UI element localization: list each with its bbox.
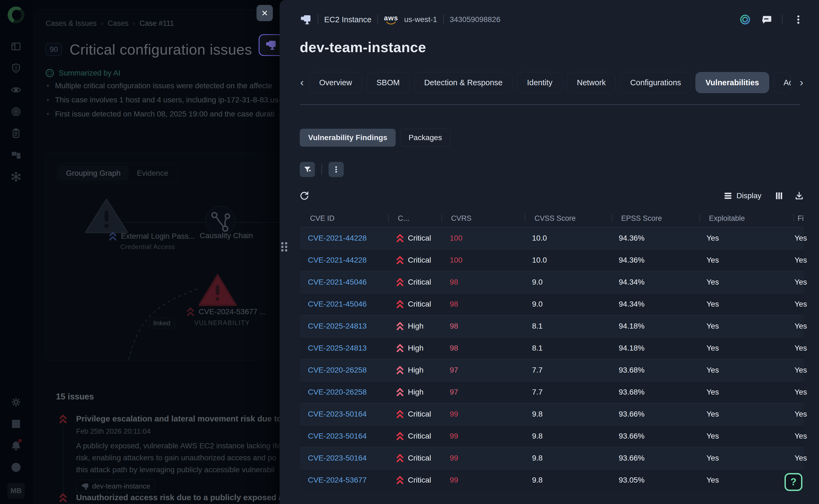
severity-label: Critical <box>408 454 431 462</box>
tab-network[interactable]: Network <box>567 72 616 93</box>
chevron-left-icon[interactable]: ‹ <box>300 77 304 88</box>
severity-cell: Critical <box>388 278 442 287</box>
table-row[interactable]: CVE-2020-26258High977.793.68%YesYes <box>300 381 804 403</box>
close-drawer-button[interactable]: ✕ <box>256 5 273 21</box>
asset-drawer-tab[interactable] <box>259 34 282 56</box>
monitor-icon <box>300 14 312 25</box>
aws-word: aws <box>384 14 398 21</box>
severity-label: Critical <box>408 256 431 264</box>
cve-link[interactable]: CVE-2025-24813 <box>308 322 366 330</box>
chevron-right-icon[interactable]: › <box>799 77 804 88</box>
cve-link[interactable]: CVE-2024-53677 <box>308 476 366 484</box>
divider <box>782 15 783 24</box>
severity-label: High <box>408 388 424 396</box>
column-header-c-[interactable]: C... <box>388 214 442 223</box>
cve-link[interactable]: CVE-2021-45046 <box>308 278 366 286</box>
filter-menu-button[interactable] <box>328 162 344 177</box>
column-header-fi[interactable]: Fi <box>793 214 804 223</box>
severity-label: Critical <box>408 410 431 418</box>
severity-cell: Critical <box>388 300 442 309</box>
app-root: ? MB Cases & Issues › Cases › Case #111 … <box>0 0 819 504</box>
table-row[interactable]: CVE-2025-24813High988.194.18%YesYes <box>300 337 804 359</box>
tabs-underline <box>300 104 800 105</box>
cvrs-score: 99 <box>450 410 458 418</box>
radar-rings-icon[interactable] <box>740 14 751 25</box>
epss-score: 94.34% <box>612 300 699 308</box>
asset-header: EC2 Instance aws us-west-1 343059098826 <box>300 0 804 27</box>
tab-sbom[interactable]: SBOM <box>366 72 410 93</box>
cve-link[interactable]: CVE-2021-44228 <box>308 256 366 264</box>
tab-detection-response[interactable]: Detection & Response <box>414 72 513 93</box>
cve-link[interactable]: CVE-2021-45046 <box>308 300 366 308</box>
cve-link[interactable]: CVE-2025-24813 <box>308 344 366 352</box>
table-row[interactable]: CVE-2021-45046Critical989.094.34%YesYes <box>300 271 804 293</box>
chat-icon[interactable] <box>761 14 772 25</box>
cve-link[interactable]: CVE-2020-26258 <box>308 388 366 396</box>
subtab-packages[interactable]: Packages <box>400 129 450 147</box>
severity-cell: Critical <box>388 453 442 463</box>
kebab-icon <box>332 165 340 174</box>
columns-button[interactable] <box>774 191 784 200</box>
cve-link[interactable]: CVE-2021-44228 <box>308 234 366 242</box>
display-button[interactable]: Display <box>723 191 761 200</box>
exploitable-value: Yes <box>699 344 793 352</box>
tab-configurations[interactable]: Configurations <box>620 72 691 93</box>
download-button[interactable] <box>795 191 804 200</box>
table-row[interactable]: CVE-2023-50164Critical999.893.66%YesYes <box>300 447 804 469</box>
table-row[interactable]: CVE-2021-45046Critical989.094.34%YesYes <box>300 293 804 315</box>
table-row[interactable]: CVE-2025-24813High988.194.18%YesYes <box>300 315 804 337</box>
epss-score: 94.34% <box>612 278 699 286</box>
asset-title: dev-team-instance <box>300 39 804 55</box>
cve-link[interactable]: CVE-2023-50164 <box>308 454 366 462</box>
fix-value: Yes <box>793 344 807 352</box>
fix-value: Yes <box>793 432 807 440</box>
refresh-button[interactable] <box>300 191 309 200</box>
cvss-score: 7.7 <box>525 388 612 396</box>
add-filter-button[interactable] <box>300 162 315 177</box>
column-header-cve-id[interactable]: CVE ID <box>300 214 388 223</box>
epss-score: 94.18% <box>612 344 699 352</box>
display-label: Display <box>736 191 761 200</box>
severity-cell: High <box>388 388 442 397</box>
epss-score: 93.05% <box>612 476 699 484</box>
cve-link[interactable]: CVE-2023-50164 <box>308 432 366 440</box>
cvrs-score: 98 <box>450 344 458 352</box>
kebab-icon[interactable] <box>793 14 804 25</box>
exploitable-value: Yes <box>699 454 793 462</box>
severity-cell: High <box>388 344 442 353</box>
exploitable-value: Yes <box>699 256 793 264</box>
cvrs-score: 100 <box>450 256 463 264</box>
divider <box>318 15 318 24</box>
refresh-icon <box>300 191 309 200</box>
help-button[interactable]: ? <box>785 473 802 491</box>
cvss-score: 7.7 <box>525 366 612 374</box>
filter-plus-icon <box>303 165 311 174</box>
tab-truncated[interactable]: Ac <box>774 72 791 93</box>
table-toolbar: Display <box>300 189 804 203</box>
severity-cell: Critical <box>388 475 442 485</box>
cvss-score: 9.8 <box>525 410 612 418</box>
severity-cell: High <box>388 322 442 331</box>
table-row[interactable]: CVE-2020-26258High977.793.68%YesYes <box>300 359 804 381</box>
table-row[interactable]: CVE-2021-44228Critical10010.094.36%YesYe… <box>300 227 804 249</box>
monitor-icon <box>265 39 277 51</box>
cve-link[interactable]: CVE-2023-50164 <box>308 410 366 418</box>
cve-link[interactable]: CVE-2020-26258 <box>308 366 366 374</box>
cvrs-score: 100 <box>450 234 463 242</box>
table-row[interactable]: CVE-2021-44228Critical10010.094.36%YesYe… <box>300 249 804 271</box>
fix-value: Yes <box>793 322 807 330</box>
tabs-scroll: OverviewSBOMDetection & ResponseIdentity… <box>309 72 795 93</box>
tab-overview[interactable]: Overview <box>309 72 362 93</box>
exploitable-value: Yes <box>699 388 793 396</box>
column-header-cvss-score[interactable]: CVSS Score <box>525 214 612 223</box>
table-row[interactable]: CVE-2024-53677Critical999.893.05%Yes <box>300 469 804 491</box>
column-header-epss-score[interactable]: EPSS Score <box>612 214 699 223</box>
table-row[interactable]: CVE-2023-50164Critical999.893.66%YesYes <box>300 425 804 447</box>
column-header-cvrs[interactable]: CVRS <box>442 214 525 223</box>
table-row[interactable]: CVE-2023-50164Critical999.893.66%YesYes <box>300 403 804 425</box>
tab-identity[interactable]: Identity <box>517 72 563 93</box>
severity-label: High <box>408 366 424 374</box>
tab-vulnerabilities[interactable]: Vulnerabilities <box>695 72 769 93</box>
column-header-exploitable[interactable]: Exploitable <box>699 214 793 223</box>
subtab-vulnerability-findings[interactable]: Vulnerability Findings <box>300 129 395 147</box>
